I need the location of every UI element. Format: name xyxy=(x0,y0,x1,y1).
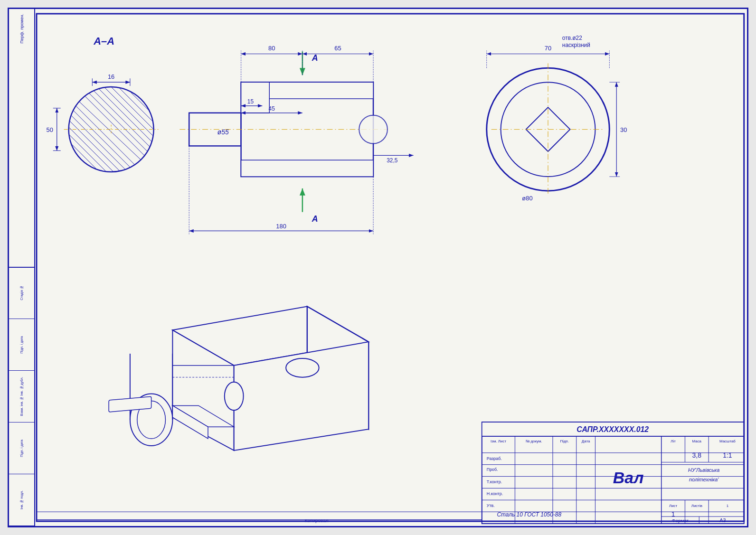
svg-text:Копировал: Копировал xyxy=(305,518,329,523)
svg-text:Н.контр.: Н.контр. xyxy=(487,491,503,496)
svg-text:Підп.: Підп. xyxy=(560,439,569,443)
svg-rect-45 xyxy=(241,82,270,113)
svg-line-31 xyxy=(69,177,76,184)
svg-text:15: 15 xyxy=(247,98,254,105)
svg-text:ø80: ø80 xyxy=(522,195,532,202)
svg-point-100 xyxy=(225,382,244,411)
drawing-area: Перф. промен. Стадія № Підп. і дата Взам… xyxy=(8,8,748,527)
svg-line-19 xyxy=(154,87,161,94)
svg-text:Вал: Вал xyxy=(613,469,644,487)
svg-text:50: 50 xyxy=(47,126,53,133)
svg-text:Ізм. Лист: Ізм. Лист xyxy=(491,439,506,443)
svg-text:ø55: ø55 xyxy=(217,128,229,136)
svg-marker-52 xyxy=(300,188,305,196)
svg-text:Листів: Листів xyxy=(691,504,702,508)
svg-line-30 xyxy=(69,169,83,184)
right-view: 70 30 ø80 отв.ø22 наскрізний 32,5 xyxy=(359,35,627,202)
svg-rect-46 xyxy=(241,160,373,177)
svg-text:16: 16 xyxy=(108,73,114,80)
svg-text:Літ: Літ xyxy=(671,439,676,443)
front-view: A A 80 65 15 45 ø55 xyxy=(180,45,387,235)
svg-text:Разраб.: Разраб. xyxy=(487,456,502,461)
svg-text:Утв.: Утв. xyxy=(487,503,495,508)
svg-text:політехніка': політехніка' xyxy=(689,477,719,482)
svg-text:Дата: Дата xyxy=(582,439,590,443)
svg-text:наскрізний: наскрізний xyxy=(562,42,590,48)
svg-text:Маса: Маса xyxy=(692,439,702,443)
svg-text:Сталь 10  ГОСТ 1050-88: Сталь 10 ГОСТ 1050-88 xyxy=(497,511,561,518)
svg-point-86 xyxy=(359,115,387,144)
svg-text:НУ'Львівська: НУ'Львівська xyxy=(688,467,719,473)
section-aa: А–А xyxy=(47,35,161,184)
svg-text:1: 1 xyxy=(727,504,729,508)
svg-text:Масштаб: Масштаб xyxy=(719,439,736,443)
svg-text:65: 65 xyxy=(334,45,341,52)
svg-text:отв.ø22: отв.ø22 xyxy=(562,35,582,41)
svg-text:1: 1 xyxy=(671,510,675,518)
svg-text:A: A xyxy=(312,214,318,224)
svg-text:3,8: 3,8 xyxy=(692,451,702,459)
svg-text:Лист: Лист xyxy=(669,504,678,508)
svg-text:80: 80 xyxy=(268,45,275,52)
svg-text:А–А: А–А xyxy=(93,35,114,47)
svg-text:САПР.XXXXXXX.012: САПР.XXXXXXX.012 xyxy=(576,425,649,433)
svg-line-18 xyxy=(147,87,161,101)
svg-text:180: 180 xyxy=(276,223,286,230)
svg-line-29 xyxy=(69,162,90,184)
svg-text:45: 45 xyxy=(269,105,275,112)
svg-text:30: 30 xyxy=(620,126,627,133)
svg-text:А3: А3 xyxy=(719,517,726,523)
isometric-view xyxy=(109,307,369,451)
svg-text:Т.контр.: Т.контр. xyxy=(487,479,502,484)
main-drawing-svg: А–А xyxy=(9,9,747,526)
svg-text:Формат: Формат xyxy=(672,518,689,523)
title-block: САПР.XXXXXXX.012 Ізм. Л xyxy=(305,422,744,524)
svg-text:Проб.: Проб. xyxy=(487,467,498,472)
svg-point-99 xyxy=(286,358,319,377)
svg-text:70: 70 xyxy=(545,45,551,52)
svg-text:A: A xyxy=(312,53,318,63)
svg-text:№ докум.: № докум. xyxy=(526,439,542,443)
svg-text:1:1: 1:1 xyxy=(723,451,732,459)
svg-text:32,5: 32,5 xyxy=(387,157,398,164)
